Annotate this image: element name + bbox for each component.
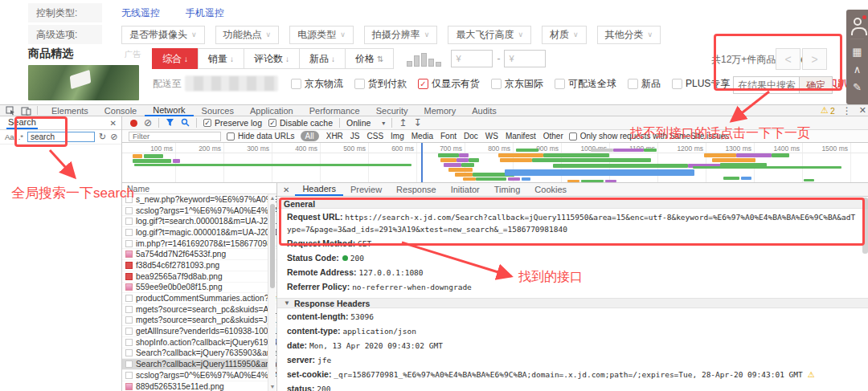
tab-console[interactable]: Console <box>96 105 145 116</box>
request-row[interactable]: im.php?r=1461692078&t=1586770981.32468& <box>122 238 276 250</box>
request-row[interactable]: log.gif?t=magic.0000018&m=UA-J2011-1&pin <box>122 227 276 238</box>
delivery-filter-checkbox[interactable]: 货到付款 <box>354 77 407 91</box>
request-row[interactable]: 889d5265315e11ed.png <box>122 381 276 391</box>
sort-button[interactable]: 综合↓ <box>152 48 199 69</box>
match-case-button[interactable]: Aa <box>5 132 14 141</box>
confirm-button[interactable]: 确定 <box>800 76 833 94</box>
details-tab-timing[interactable]: Timing <box>487 183 528 196</box>
prev-page-button[interactable]: < <box>776 48 800 70</box>
request-row[interactable]: Search?callback=jQuery1115950&area=15&e <box>122 359 276 370</box>
request-row[interactable]: mgets?source=search_pc&skuids=AD_112410 <box>122 304 276 316</box>
advanced-option-dropdown[interactable]: 材质∨ <box>542 26 587 44</box>
sort-button[interactable]: 价格⇅ <box>345 48 394 69</box>
delivery-filter-checkbox[interactable]: 京东国际 <box>491 77 543 91</box>
delivery-filter-checkbox[interactable]: PLUS专享 <box>672 77 730 91</box>
advanced-option-dropdown[interactable]: 最大飞行高度∨ <box>448 26 531 44</box>
request-row[interactable]: scslog?args=1^%E6%97%A0%E4%BA%BA%E <box>122 206 276 217</box>
type-filter-doc[interactable]: Doc <box>464 132 478 141</box>
delivery-filter-checkbox[interactable]: ✓仅显示有货 <box>418 77 480 91</box>
advanced-option-dropdown[interactable]: 电源类型∨ <box>289 26 354 44</box>
details-scrollbar[interactable] <box>862 198 868 254</box>
throttling-select[interactable]: Online▾ <box>346 118 385 128</box>
control-type-option[interactable]: 无线遥控 <box>121 6 160 20</box>
sort-button[interactable]: 评论数↓ <box>244 48 300 69</box>
advanced-option-dropdown[interactable]: 拍摄分辨率∨ <box>364 26 438 44</box>
device-toolbar-icon[interactable] <box>21 106 31 116</box>
regex-button[interactable]: .* <box>18 132 23 141</box>
tab-elements[interactable]: Elements <box>43 105 96 116</box>
tab-memory[interactable]: Memory <box>416 105 464 116</box>
delivery-address-blurred[interactable] <box>185 75 278 92</box>
type-filter-other[interactable]: Other <box>543 132 563 141</box>
samesite-checkbox[interactable]: Only show requests with SameSite issues <box>569 132 730 141</box>
request-row[interactable]: log.gif?t=search.0000018&m=UA-J2011-1&pi… <box>122 216 276 227</box>
clear-icon[interactable]: ⊘ <box>110 132 117 142</box>
tab-network[interactable]: Network <box>145 105 193 116</box>
details-tab-response[interactable]: Response <box>389 183 444 196</box>
user-icon[interactable] <box>854 18 862 29</box>
request-row[interactable]: bea92565a7f9d8ab.png <box>122 271 276 283</box>
scroll-thumb[interactable] <box>270 204 275 288</box>
type-filter-all[interactable]: All <box>301 131 319 141</box>
filter-funnel-icon[interactable] <box>166 118 174 128</box>
clear-network-icon[interactable]: ⊘ <box>144 118 152 128</box>
tab-security[interactable]: Security <box>368 105 416 116</box>
type-filter-img[interactable]: Img <box>391 132 404 141</box>
next-page-button[interactable]: > <box>802 48 827 70</box>
chevron-up-icon[interactable]: ∧ <box>854 64 862 75</box>
type-filter-manifest[interactable]: Manifest <box>506 132 536 141</box>
type-filter-ws[interactable]: WS <box>485 132 498 141</box>
search-icon[interactable] <box>181 118 190 128</box>
type-filter-xhr[interactable]: XHR <box>326 132 343 141</box>
devtools-close-icon[interactable]: ✕ <box>859 105 866 116</box>
global-search-input[interactable] <box>27 132 95 142</box>
scroll-down-icon[interactable]: ▼ <box>268 383 276 391</box>
request-row[interactable]: s_new.php?keyword=%E6%97%A0%E4%BA% <box>122 194 276 206</box>
response-headers-section-header[interactable]: ▼ Response Headers <box>277 298 868 308</box>
close-icon[interactable]: ✕ <box>110 119 117 128</box>
request-row[interactable]: 559ee9e0b0e08f15.png <box>122 283 276 294</box>
advanced-option-dropdown[interactable]: 其他分类∨ <box>597 26 661 44</box>
delivery-filter-checkbox[interactable]: 京东物流 <box>291 77 343 91</box>
control-type-option[interactable]: 手机遥控 <box>186 6 224 20</box>
request-row[interactable]: productCommentSummaries.action?reference <box>122 293 276 304</box>
advanced-option-dropdown[interactable]: 是否带摄像头∨ <box>121 26 205 44</box>
details-tab-cookies[interactable]: Cookies <box>527 183 574 196</box>
hide-data-urls-checkbox[interactable]: Hide data URLs <box>227 132 295 141</box>
details-tab-preview[interactable]: Preview <box>343 183 389 196</box>
request-row[interactable]: mgets?source=search_pc&skuids=J_11241063 <box>122 316 276 327</box>
request-row[interactable]: scslog?args=0^%E6%97%A0%E4%BA%BA%E <box>122 370 276 381</box>
tab-performance[interactable]: Performance <box>301 105 368 116</box>
cart-icon[interactable]: ▦ <box>852 47 862 57</box>
sort-button[interactable]: 新品↓ <box>299 48 346 69</box>
product-image[interactable] <box>28 65 139 100</box>
tab-sources[interactable]: Sources <box>194 105 242 116</box>
disable-cache-checkbox[interactable]: ✓Disable cache <box>268 118 333 128</box>
network-timeline[interactable]: 100 ms200 ms300 ms400 ms500 ms600 ms700 … <box>122 143 868 183</box>
delivery-filter-checkbox[interactable]: 新品 <box>628 77 661 91</box>
import-har-icon[interactable]: ↥ <box>399 118 407 128</box>
name-column-header[interactable]: Name <box>122 183 276 194</box>
preserve-log-checkbox[interactable]: ✓Preserve log <box>203 118 262 128</box>
type-filter-js[interactable]: JS <box>350 132 360 141</box>
refresh-icon[interactable]: ↻ <box>99 132 106 142</box>
request-row[interactable]: shopInfo.action?callback=jQuery6191454&i… <box>122 337 276 348</box>
details-tab-headers[interactable]: Headers <box>295 183 343 196</box>
network-filter-input[interactable] <box>129 132 221 141</box>
request-row[interactable]: 5a754dd7N2f64533f.png <box>122 249 276 260</box>
tab-application[interactable]: Application <box>242 105 301 116</box>
type-filter-font[interactable]: Font <box>440 132 457 141</box>
general-section-header[interactable]: General <box>277 198 868 209</box>
delivery-filter-checkbox[interactable]: 可配送全球 <box>555 77 616 91</box>
sort-button[interactable]: 销量↓ <box>198 48 244 69</box>
advanced-option-dropdown[interactable]: 功能热点∨ <box>215 26 280 44</box>
tab-audits[interactable]: Audits <box>464 105 505 116</box>
record-icon[interactable] <box>130 120 137 127</box>
request-row[interactable]: Search?callback=jQuery7635903&area=15&e <box>122 348 276 360</box>
price-max-input[interactable]: ¥ <box>504 50 546 67</box>
close-details-icon[interactable]: ✕ <box>283 185 289 194</box>
price-histogram-icon[interactable] <box>407 51 441 67</box>
details-tab-initiator[interactable]: Initiator <box>444 183 487 196</box>
inspect-icon[interactable] <box>6 106 15 116</box>
warnings-indicator[interactable]: ⚠2 <box>821 105 835 116</box>
